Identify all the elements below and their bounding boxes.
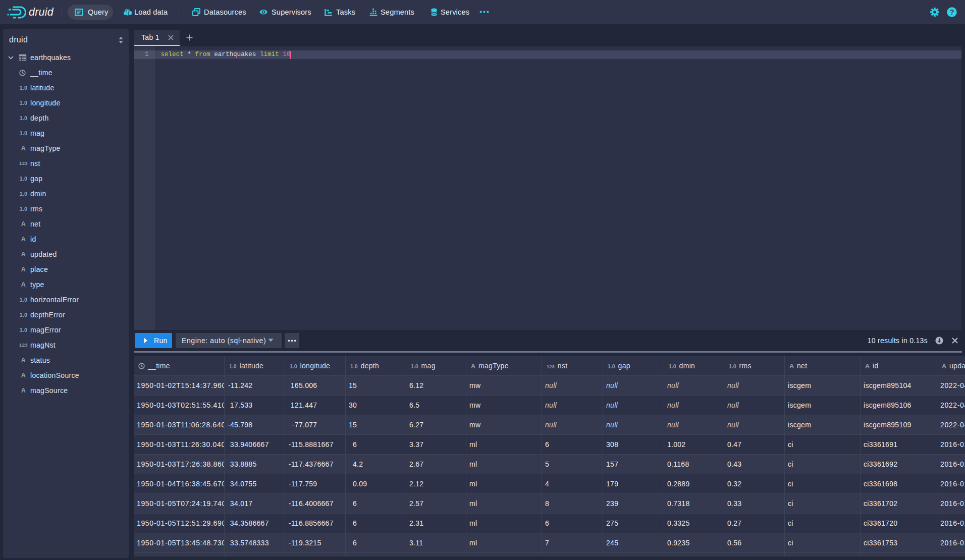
svg-text:?: ? bbox=[950, 8, 954, 16]
